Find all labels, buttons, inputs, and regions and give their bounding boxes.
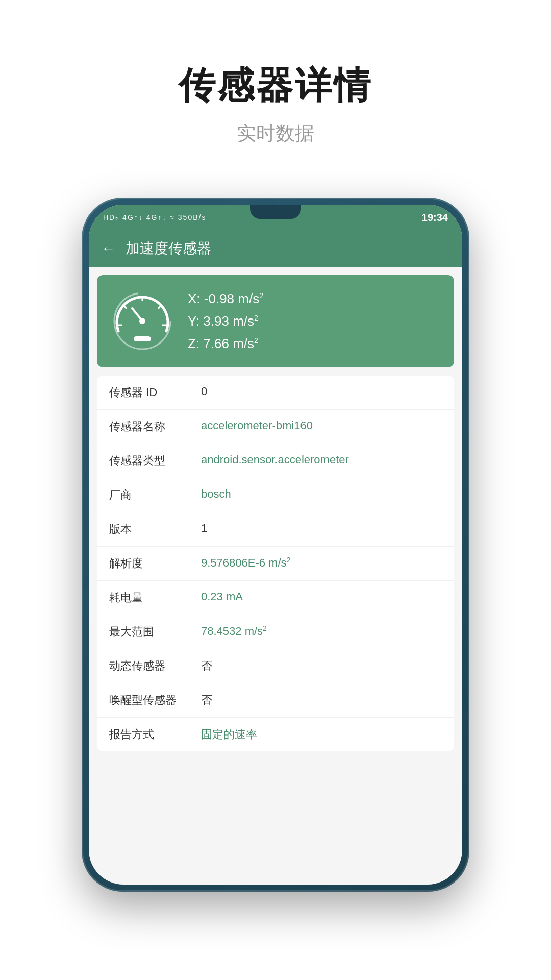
svg-point-7 bbox=[139, 318, 145, 324]
back-button[interactable]: ← bbox=[101, 240, 115, 257]
detail-value: 1 bbox=[201, 522, 442, 535]
svg-rect-8 bbox=[134, 336, 151, 341]
sensor-y: Y: 3.93 m/s2 bbox=[188, 310, 263, 332]
sensor-z: Z: 7.66 m/s2 bbox=[188, 332, 263, 355]
detail-value: 0 bbox=[201, 385, 442, 398]
detail-label: 唤醒型传感器 bbox=[109, 693, 201, 708]
detail-value: android.sensor.accelerometer bbox=[201, 453, 442, 467]
detail-row: 厂商bosch bbox=[97, 478, 454, 512]
detail-row: 传感器 ID0 bbox=[97, 376, 454, 410]
page-header: 传感器详情 实时数据 bbox=[179, 61, 372, 146]
detail-value: 否 bbox=[201, 658, 442, 674]
status-left: HD₂ 4G↑↓ 4G↑↓ ≈ 350B/s bbox=[103, 213, 206, 222]
detail-row: 唤醒型传感器否 bbox=[97, 683, 454, 718]
svg-line-3 bbox=[158, 306, 161, 309]
phone-mockup: HD₂ 4G↑↓ 4G↑↓ ≈ 350B/s 19:34 ← 加速度传感器 bbox=[82, 198, 469, 892]
app-bar: ← 加速度传感器 bbox=[89, 230, 462, 267]
sensor-values: X: -0.98 m/s2 Y: 3.93 m/s2 Z: 7.66 m/s2 bbox=[188, 287, 263, 355]
detail-value: 0.23 mA bbox=[201, 590, 442, 603]
detail-row: 解析度9.576806E-6 m/s2 bbox=[97, 547, 454, 581]
status-right: 19:34 bbox=[422, 212, 448, 224]
detail-row: 传感器名称accelerometer-bmi160 bbox=[97, 410, 454, 444]
detail-label: 传感器 ID bbox=[109, 385, 201, 400]
app-bar-title: 加速度传感器 bbox=[126, 239, 211, 258]
sensor-x: X: -0.98 m/s2 bbox=[188, 287, 263, 310]
detail-value: 9.576806E-6 m/s2 bbox=[201, 556, 442, 570]
detail-row: 传感器类型android.sensor.accelerometer bbox=[97, 444, 454, 478]
detail-label: 解析度 bbox=[109, 556, 201, 571]
details-card: 传感器 ID0传感器名称accelerometer-bmi160传感器类型and… bbox=[97, 376, 454, 751]
detail-label: 版本 bbox=[109, 522, 201, 537]
detail-row: 动态传感器否 bbox=[97, 649, 454, 683]
detail-label: 动态传感器 bbox=[109, 658, 201, 674]
detail-value: bosch bbox=[201, 487, 442, 501]
phone-content: X: -0.98 m/s2 Y: 3.93 m/s2 Z: 7.66 m/s2 … bbox=[89, 267, 462, 885]
detail-row: 最大范围78.4532 m/s2 bbox=[97, 615, 454, 649]
detail-label: 厂商 bbox=[109, 487, 201, 503]
phone-frame: HD₂ 4G↑↓ 4G↑↓ ≈ 350B/s 19:34 ← 加速度传感器 bbox=[82, 198, 469, 892]
gauge-icon bbox=[109, 288, 176, 354]
page-title: 传感器详情 bbox=[179, 61, 372, 110]
status-time: 19:34 bbox=[422, 212, 448, 224]
sensor-card: X: -0.98 m/s2 Y: 3.93 m/s2 Z: 7.66 m/s2 bbox=[97, 275, 454, 368]
detail-value: 否 bbox=[201, 693, 442, 708]
page-subtitle: 实时数据 bbox=[179, 120, 372, 146]
detail-label: 最大范围 bbox=[109, 624, 201, 640]
phone-screen: HD₂ 4G↑↓ 4G↑↓ ≈ 350B/s 19:34 ← 加速度传感器 bbox=[89, 205, 462, 885]
svg-line-2 bbox=[124, 306, 127, 309]
detail-label: 耗电量 bbox=[109, 590, 201, 605]
detail-label: 传感器类型 bbox=[109, 453, 201, 469]
detail-row: 版本1 bbox=[97, 512, 454, 547]
detail-value: 固定的速率 bbox=[201, 727, 442, 742]
detail-value: accelerometer-bmi160 bbox=[201, 419, 442, 432]
detail-label: 报告方式 bbox=[109, 727, 201, 742]
status-icons: HD₂ 4G↑↓ 4G↑↓ ≈ 350B/s bbox=[103, 213, 206, 222]
detail-value: 78.4532 m/s2 bbox=[201, 624, 442, 638]
detail-label: 传感器名称 bbox=[109, 419, 201, 434]
detail-row: 报告方式固定的速率 bbox=[97, 718, 454, 751]
detail-row: 耗电量0.23 mA bbox=[97, 581, 454, 615]
phone-notch bbox=[250, 205, 301, 219]
